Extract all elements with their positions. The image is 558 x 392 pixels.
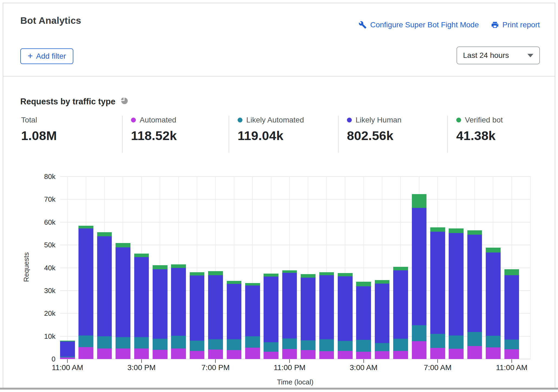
bar-segment-likely-human[interactable]: [245, 285, 260, 336]
bar-900pm[interactable]: [245, 283, 260, 359]
bar-segment-likely-automated[interactable]: [412, 325, 427, 341]
bar-segment-verified-bot[interactable]: [338, 273, 353, 276]
bar-400pm[interactable]: [153, 265, 168, 359]
bar-segment-verified-bot[interactable]: [504, 269, 519, 275]
bar-segment-automated[interactable]: [134, 348, 149, 359]
bar-200am[interactable]: [338, 273, 353, 359]
bar-segment-automated[interactable]: [430, 348, 445, 359]
bar-segment-likely-human[interactable]: [190, 275, 205, 340]
bar-segment-likely-human[interactable]: [153, 269, 168, 339]
bar-segment-automated[interactable]: [393, 351, 408, 359]
bar-segment-automated[interactable]: [356, 352, 371, 359]
bar-segment-automated[interactable]: [486, 347, 501, 359]
bar-1100am[interactable]: [60, 341, 75, 359]
bar-segment-verified-bot[interactable]: [264, 274, 278, 277]
bar-200pm[interactable]: [116, 243, 130, 359]
bar-segment-automated[interactable]: [227, 350, 242, 359]
stat-verified-bot[interactable]: Verified bot 41.38k: [456, 116, 503, 143]
bar-segment-verified-bot[interactable]: [356, 282, 371, 286]
bar-1200am[interactable]: [301, 274, 316, 359]
stat-automated[interactable]: Automated 118.52k: [131, 116, 177, 143]
bar-segment-automated[interactable]: [60, 357, 75, 359]
bar-segment-automated[interactable]: [282, 349, 297, 359]
bar-500pm[interactable]: [171, 264, 186, 359]
bar-segment-likely-human[interactable]: [375, 284, 390, 343]
bar-segment-likely-human[interactable]: [393, 270, 408, 339]
bar-segment-verified-bot[interactable]: [153, 265, 168, 269]
bar-100pm[interactable]: [97, 232, 112, 359]
bar-segment-verified-bot[interactable]: [171, 264, 186, 268]
bar-segment-likely-automated[interactable]: [134, 337, 149, 348]
bar-segment-likely-automated[interactable]: [486, 336, 501, 347]
bar-segment-automated[interactable]: [375, 351, 390, 359]
bar-segment-automated[interactable]: [97, 348, 112, 359]
bar-segment-likely-automated[interactable]: [190, 341, 205, 351]
bar-400am[interactable]: [375, 280, 390, 359]
bar-segment-likely-automated[interactable]: [338, 341, 353, 351]
bar-800pm[interactable]: [227, 281, 242, 359]
bar-segment-likely-human[interactable]: [208, 275, 223, 339]
bar-segment-likely-automated[interactable]: [78, 335, 93, 347]
bar-segment-automated[interactable]: [78, 347, 93, 359]
bar-segment-verified-bot[interactable]: [208, 271, 223, 275]
bar-segment-likely-human[interactable]: [449, 233, 464, 335]
bar-segment-likely-automated[interactable]: [171, 336, 186, 348]
bar-600pm[interactable]: [190, 272, 205, 359]
bar-1000am[interactable]: [486, 248, 501, 359]
bar-segment-likely-human[interactable]: [78, 228, 93, 335]
bar-segment-likely-human[interactable]: [60, 341, 75, 357]
bar-segment-verified-bot[interactable]: [393, 267, 408, 270]
bar-segment-likely-automated[interactable]: [116, 337, 130, 348]
bar-segment-automated[interactable]: [190, 351, 205, 359]
bar-900am[interactable]: [467, 230, 482, 359]
bar-segment-verified-bot[interactable]: [412, 194, 427, 208]
bar-500am[interactable]: [393, 267, 408, 359]
bar-segment-likely-automated[interactable]: [245, 336, 260, 348]
bar-segment-verified-bot[interactable]: [78, 226, 93, 228]
bar-segment-verified-bot[interactable]: [190, 272, 205, 276]
bar-1200pm[interactable]: [78, 226, 93, 359]
configure-super-bot-fight-mode-link[interactable]: Configure Super Bot Fight Mode: [359, 21, 479, 29]
bar-segment-likely-human[interactable]: [467, 235, 482, 332]
bar-300pm[interactable]: [134, 254, 149, 359]
bar-segment-automated[interactable]: [171, 348, 186, 359]
stat-likely-human[interactable]: Likely Human 802.56k: [347, 116, 402, 143]
bar-segment-automated[interactable]: [208, 350, 223, 359]
bar-segment-likely-human[interactable]: [282, 273, 297, 338]
bar-segment-verified-bot[interactable]: [97, 232, 112, 236]
bar-segment-likely-automated[interactable]: [301, 340, 316, 350]
bar-segment-likely-human[interactable]: [116, 247, 130, 337]
bar-segment-automated[interactable]: [116, 348, 130, 359]
print-report-link[interactable]: Print report: [491, 21, 540, 29]
bar-segment-automated[interactable]: [467, 346, 482, 359]
bar-segment-likely-human[interactable]: [97, 236, 112, 336]
bar-segment-verified-bot[interactable]: [245, 283, 260, 285]
bar-segment-automated[interactable]: [153, 350, 168, 359]
bar-1000pm[interactable]: [264, 274, 278, 359]
bar-segment-automated[interactable]: [412, 341, 427, 359]
bar-segment-likely-automated[interactable]: [356, 340, 371, 352]
bar-segment-automated[interactable]: [319, 351, 334, 359]
bar-segment-automated[interactable]: [338, 351, 353, 359]
bar-700pm[interactable]: [208, 271, 223, 359]
bar-segment-likely-automated[interactable]: [208, 339, 223, 350]
bar-segment-verified-bot[interactable]: [449, 228, 464, 233]
bar-segment-likely-automated[interactable]: [449, 335, 464, 349]
bar-segment-likely-human[interactable]: [227, 284, 242, 339]
bar-segment-verified-bot[interactable]: [227, 281, 242, 284]
bar-segment-likely-human[interactable]: [319, 275, 334, 340]
bar-100am[interactable]: [319, 272, 334, 359]
bar-segment-likely-automated[interactable]: [393, 339, 408, 351]
bar-segment-likely-human[interactable]: [301, 278, 316, 340]
bar-segment-likely-human[interactable]: [134, 257, 149, 337]
bar-segment-likely-human[interactable]: [338, 276, 353, 341]
bar-segment-verified-bot[interactable]: [301, 274, 316, 278]
bar-segment-likely-automated[interactable]: [282, 338, 297, 349]
bar-segment-verified-bot[interactable]: [282, 270, 297, 273]
bar-segment-likely-automated[interactable]: [227, 339, 242, 350]
bar-segment-likely-human[interactable]: [356, 286, 371, 340]
bar-segment-verified-bot[interactable]: [319, 272, 334, 275]
bar-segment-automated[interactable]: [264, 352, 278, 359]
bar-segment-verified-bot[interactable]: [486, 248, 501, 253]
bar-segment-likely-human[interactable]: [430, 232, 445, 334]
